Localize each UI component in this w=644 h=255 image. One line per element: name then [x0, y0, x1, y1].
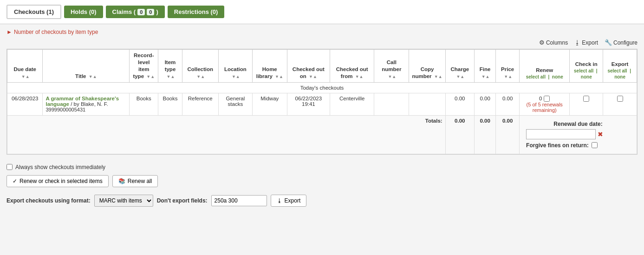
- call-number-cell: [374, 93, 409, 115]
- sort-icon-due-date: ▼▲: [21, 74, 30, 80]
- checkouts-table-wrap: Due date ▼▲ Title ▼▲ Record-level item t…: [7, 49, 637, 155]
- title-cell: A grammar of Shakespeare's language / by…: [43, 93, 130, 115]
- renew-selected-label: Renew or check in selected items: [20, 178, 103, 184]
- book-icon: 📚: [118, 178, 125, 184]
- renew-select-links: select all | none: [526, 74, 563, 80]
- section-header-cell: Today's checkouts: [7, 82, 637, 93]
- renewal-date-input[interactable]: [526, 129, 596, 139]
- col-price[interactable]: Price ▼▲: [496, 50, 520, 83]
- tab-restrictions[interactable]: Restrictions (0): [168, 6, 225, 18]
- expand-arrow-icon: ►: [7, 29, 12, 35]
- claims-badge-2: 0: [147, 9, 154, 15]
- totals-label: Totals:: [7, 115, 446, 154]
- sort-icon-item-type: ▼▲: [167, 74, 175, 80]
- export-checkbox[interactable]: [617, 96, 623, 102]
- bottom-section: Always show checkouts immediately ✓ Rene…: [0, 159, 644, 211]
- col-checked-out-from[interactable]: Checked out from ▼▲: [330, 50, 374, 83]
- col-fine[interactable]: Fine ▼▲: [474, 50, 495, 83]
- always-show-checkbox[interactable]: [7, 164, 13, 170]
- sort-icon-home-library: ▼▲: [275, 74, 283, 80]
- expand-label: Number of checkouts by item type: [14, 29, 98, 35]
- export-select-links: select all | none: [606, 68, 634, 80]
- col-location[interactable]: Location ▼▲: [218, 50, 252, 83]
- renew-checkbox[interactable]: [544, 96, 550, 102]
- export-btn2[interactable]: ⭳ Export: [271, 195, 307, 207]
- check-in-checkbox[interactable]: [583, 96, 589, 102]
- configure-label: Configure: [613, 39, 637, 46]
- forgive-label: Forgive fines on return:: [526, 142, 589, 149]
- export-select-all-link[interactable]: select all: [607, 68, 627, 73]
- export-none-link[interactable]: none: [614, 74, 625, 79]
- forgive-checkbox[interactable]: [592, 142, 598, 148]
- col-home-library[interactable]: Home library ▼▲: [252, 50, 287, 83]
- renewals-remaining: (5 of 5 renewals remaining): [522, 102, 566, 113]
- gear-icon: ⚙: [539, 39, 545, 46]
- col-title[interactable]: Title ▼▲: [43, 50, 130, 83]
- charge-cell: 0.00: [445, 93, 474, 115]
- columns-label: Columns: [546, 39, 568, 46]
- col-check-in: Check in select all | none: [570, 50, 603, 83]
- renew-select-all-link[interactable]: select all: [526, 74, 546, 79]
- renew-all-button[interactable]: 📚 Renew all: [112, 175, 158, 187]
- renewal-due-date-label: Renewal due date:: [526, 121, 630, 127]
- check-in-none-link[interactable]: none: [581, 74, 592, 79]
- record-level-item-type-cell: Books: [130, 93, 158, 115]
- totals-fine: 0.00: [474, 115, 495, 154]
- title-by: / by Blake, N. F.: [71, 101, 108, 107]
- export-format-select[interactable]: MARC with items MARC CSV: [94, 195, 153, 207]
- totals-price: 0.00: [496, 115, 520, 154]
- dont-export-label: Don't export fields:: [157, 197, 208, 204]
- price-cell: 0.00: [496, 93, 520, 115]
- renew-none-link[interactable]: none: [552, 74, 563, 79]
- sort-icon-charge: ▼▲: [456, 74, 464, 80]
- home-library-cell: Midway: [252, 93, 287, 115]
- always-show-row: Always show checkouts immediately: [7, 164, 637, 170]
- table-row: 06/28/2023 A grammar of Shakespeare's la…: [7, 93, 637, 115]
- check-in-col-label: Check in: [575, 61, 598, 68]
- tab-claims[interactable]: Claims ( 0 0 ): [106, 6, 165, 18]
- download-icon: ⭳: [574, 39, 580, 46]
- sort-icon-price: ▼▲: [504, 74, 512, 80]
- export-row-cell: [603, 93, 637, 115]
- export-button[interactable]: ⭳ Export: [574, 39, 598, 46]
- totals-charge: 0.00: [445, 115, 474, 154]
- toolbar: ⚙ Columns ⭳ Export 🔧 Configure: [7, 39, 637, 46]
- col-copy-number[interactable]: Copy number ▼▲: [409, 50, 445, 83]
- item-type-cell: Books: [158, 93, 182, 115]
- tab-holds[interactable]: Holds (0): [64, 6, 103, 18]
- col-item-type[interactable]: Item type ▼▲: [158, 50, 182, 83]
- col-collection[interactable]: Collection ▼▲: [182, 50, 218, 83]
- tab-checkouts[interactable]: Checkouts (1): [7, 5, 61, 19]
- fine-cell: 0.00: [474, 93, 495, 115]
- collection-cell: Reference: [182, 93, 218, 115]
- check-in-select-links: select all | none: [572, 68, 600, 80]
- claims-label-prefix: Claims (: [112, 8, 136, 15]
- renew-selected-button[interactable]: ✓ Renew or check in selected items: [7, 175, 109, 187]
- renewal-section: Renewal due date: ✖ Forgive fines on ret…: [522, 118, 634, 151]
- due-date-cell: 06/28/2023: [7, 93, 43, 115]
- checkouts-table: Due date ▼▲ Title ▼▲ Record-level item t…: [7, 49, 637, 154]
- export-btn2-label: Export: [285, 197, 301, 204]
- col-due-date[interactable]: Due date ▼▲: [7, 50, 43, 83]
- renew-cell: 0 (5 of 5 renewals remaining): [520, 93, 570, 115]
- dont-export-input[interactable]: [211, 195, 267, 206]
- expand-checkouts-by-type[interactable]: ► Number of checkouts by item type: [7, 29, 637, 35]
- location-cell: General stacks: [218, 93, 252, 115]
- columns-button[interactable]: ⚙ Columns: [539, 39, 568, 46]
- checkmark-icon: ✓: [13, 178, 17, 184]
- download2-icon: ⭳: [277, 197, 282, 204]
- col-call-number[interactable]: Call number ▼▲: [374, 50, 409, 83]
- action-buttons: ✓ Renew or check in selected items 📚 Ren…: [7, 175, 637, 187]
- check-in-select-all-link[interactable]: select all: [574, 68, 593, 73]
- col-record-level-item-type[interactable]: Record-level item type ▼▲: [130, 50, 158, 83]
- configure-button[interactable]: 🔧 Configure: [605, 39, 637, 46]
- clear-date-button[interactable]: ✖: [598, 131, 603, 138]
- sort-icon-title: ▼▲: [89, 74, 97, 80]
- sort-icon-call-number: ▼▲: [388, 74, 396, 80]
- sort-icon-record-level: ▼▲: [146, 74, 155, 80]
- sort-icon-location: ▼▲: [232, 74, 240, 80]
- sort-icon-collection: ▼▲: [196, 74, 205, 80]
- col-checked-out-on[interactable]: Checked out on ▼▲: [287, 50, 330, 83]
- checked-out-from-cell: Centerville: [330, 93, 374, 115]
- col-charge[interactable]: Charge ▼▲: [445, 50, 474, 83]
